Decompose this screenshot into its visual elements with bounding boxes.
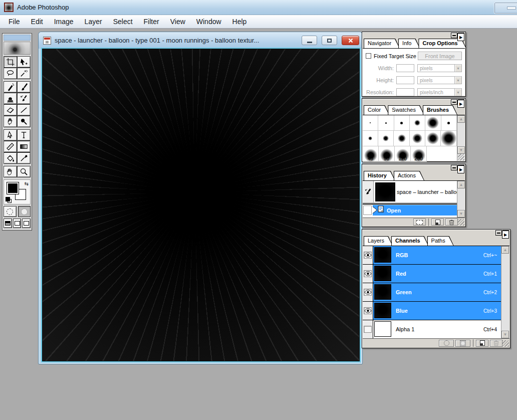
tab-channels[interactable]: Channels — [391, 236, 429, 246]
brush-preset[interactable]: 45 — [363, 146, 379, 162]
channels-scrollbar[interactable]: ▲ ▼ — [501, 246, 509, 338]
menu-help[interactable]: Help — [227, 18, 252, 26]
tool-magic-wand[interactable] — [17, 68, 31, 79]
tool-eyedropper[interactable] — [17, 152, 31, 164]
tool-clone-stamp[interactable] — [4, 93, 17, 104]
brush-preset[interactable] — [425, 115, 441, 131]
toolbox-palette[interactable]: ⇆ — [2, 33, 32, 231]
chevron-down-icon[interactable]: ▼ — [454, 77, 461, 84]
chevron-down-icon[interactable]: ▼ — [454, 65, 461, 72]
history-snapshot-row[interactable]: space – launcher – balloon ... — [363, 181, 465, 203]
brush-preset[interactable] — [378, 115, 394, 131]
resize-grip[interactable] — [502, 340, 509, 347]
brush-preset[interactable]: 200 — [411, 146, 427, 162]
document-titlebar[interactable]: space - launcher - balloon - type 001 - … — [39, 32, 362, 49]
unit-dropdown[interactable]: pixels▼ — [417, 76, 462, 84]
brush-preset[interactable] — [410, 115, 425, 131]
tab-layers[interactable]: Layers — [364, 236, 393, 246]
brush-preset[interactable]: 120 — [395, 146, 411, 162]
save-selection-button[interactable] — [455, 340, 470, 347]
tool-line[interactable] — [17, 104, 31, 116]
panel-menu-button[interactable]: ▶ — [457, 165, 464, 173]
panel-titlebar[interactable]: × — [362, 164, 465, 171]
load-selection-button[interactable] — [439, 340, 454, 347]
brush-preset[interactable]: 90 — [379, 146, 395, 162]
toolbox-titlebar[interactable] — [4, 35, 31, 41]
panel-titlebar[interactable]: × — [362, 230, 510, 236]
tab-brushes[interactable]: Brushes — [423, 105, 457, 115]
panel-minimize-button[interactable] — [451, 33, 457, 38]
tool-paintbrush[interactable] — [17, 81, 31, 93]
scroll-up-icon[interactable]: ▲ — [457, 115, 465, 123]
tab-paths[interactable]: Paths — [427, 236, 454, 246]
scroll-down-icon[interactable]: ▼ — [501, 331, 509, 338]
tool-zoom[interactable] — [17, 166, 31, 177]
panel-minimize-button[interactable] — [451, 165, 457, 170]
history-state-checkbox[interactable] — [363, 205, 372, 215]
tool-lasso[interactable] — [4, 68, 17, 79]
document-minimize-button[interactable] — [302, 36, 317, 45]
brush-preset[interactable] — [425, 131, 441, 146]
tab-actions[interactable]: Actions — [394, 171, 424, 180]
menu-file[interactable]: File — [3, 18, 26, 26]
history-state-open[interactable]: Open — [363, 205, 465, 216]
menu-edit[interactable]: Edit — [26, 18, 49, 26]
app-minimize-button[interactable] — [494, 2, 517, 14]
fixed-target-size-checkbox[interactable] — [366, 53, 371, 59]
resize-grip[interactable] — [458, 154, 464, 160]
panel-titlebar[interactable]: × — [362, 99, 465, 105]
standard-mode-button[interactable] — [4, 206, 17, 217]
channel-row-rgb[interactable]: RGBCtrl+~ — [363, 246, 501, 265]
swap-colors-icon[interactable]: ⇆ — [25, 181, 29, 186]
brush-preset[interactable] — [441, 131, 457, 146]
channel-row-red[interactable]: RedCtrl+1 — [363, 265, 501, 283]
new-channel-button[interactable] — [476, 340, 488, 347]
foreground-color-swatch[interactable] — [7, 182, 19, 194]
tool-hand[interactable] — [4, 166, 17, 177]
app-titlebar[interactable]: Adobe Photoshop — [0, 0, 517, 15]
unit-dropdown[interactable]: pixels/inch▼ — [417, 88, 462, 96]
delete-state-button[interactable] — [445, 219, 458, 226]
visibility-toggle[interactable] — [364, 289, 372, 296]
tool-type[interactable] — [17, 129, 31, 141]
fullscreen-menu-button[interactable] — [13, 219, 22, 228]
tool-history-brush[interactable] — [17, 93, 31, 104]
channel-row-blue[interactable]: BlueCtrl+3 — [363, 302, 501, 320]
quick-mask-mode-button[interactable] — [18, 206, 31, 217]
chevron-down-icon[interactable]: ▼ — [454, 89, 461, 96]
resolution-input[interactable] — [396, 88, 414, 96]
new-snapshot-button[interactable] — [431, 219, 444, 226]
tab-info[interactable]: Info — [398, 39, 420, 48]
menu-window[interactable]: Window — [191, 18, 227, 26]
brush-preset[interactable] — [441, 115, 457, 131]
brushes-scrollbar[interactable]: ▲ ▼ — [457, 115, 465, 161]
panel-titlebar[interactable]: × — [362, 32, 465, 39]
tool-smudge[interactable] — [4, 116, 17, 127]
panel-menu-button[interactable]: ▶ — [457, 100, 464, 108]
visibility-toggle[interactable] — [364, 326, 372, 333]
history-brush-source[interactable] — [363, 181, 374, 202]
brush-preset[interactable] — [410, 131, 425, 146]
visibility-toggle[interactable] — [364, 307, 372, 314]
tool-airbrush[interactable] — [4, 81, 17, 93]
brush-preset[interactable] — [378, 131, 394, 146]
standard-screen-button[interactable] — [4, 219, 12, 228]
tool-eraser[interactable] — [4, 104, 17, 116]
document-canvas[interactable] — [42, 49, 360, 361]
visibility-toggle[interactable] — [364, 252, 372, 259]
scroll-down-icon[interactable]: ▼ — [457, 210, 465, 218]
default-colors-icon-fg[interactable] — [6, 197, 10, 201]
front-image-button[interactable]: Front Image — [418, 52, 462, 60]
tool-direct-select[interactable] — [4, 129, 17, 141]
menu-filter[interactable]: Filter — [138, 18, 165, 26]
menu-select[interactable]: Select — [108, 18, 138, 26]
tool-crop[interactable] — [4, 56, 17, 68]
resize-grip[interactable] — [458, 219, 464, 226]
panel-minimize-button[interactable] — [451, 99, 457, 105]
scroll-up-icon[interactable]: ▲ — [457, 181, 465, 188]
new-document-from-state-button[interactable] — [413, 219, 426, 226]
tab-navigator[interactable]: Navigator — [364, 39, 400, 48]
tool-dodge[interactable] — [17, 116, 31, 127]
delete-channel-button[interactable] — [490, 340, 502, 347]
tab-history[interactable]: History — [364, 171, 395, 180]
